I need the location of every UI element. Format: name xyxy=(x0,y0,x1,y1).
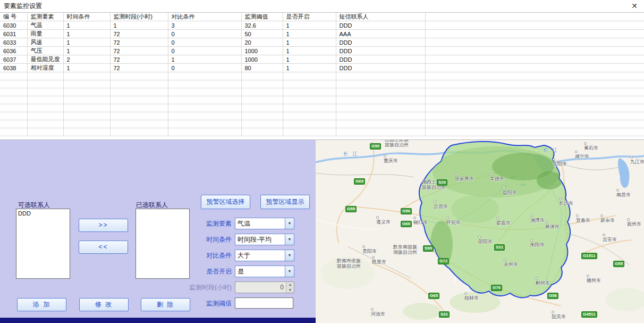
spin-up-icon[interactable]: ▲ xyxy=(286,282,294,287)
table-cell: 1 xyxy=(63,64,110,72)
road-badge: G55 xyxy=(613,261,624,267)
table-cell: 气温 xyxy=(27,21,63,30)
city-marker-icon xyxy=(603,234,605,236)
road-badge: S99 xyxy=(423,245,434,252)
table-cell xyxy=(241,96,283,104)
table-cell xyxy=(63,104,110,112)
map-city-label: 河池市 xyxy=(371,306,385,317)
column-header[interactable]: 编 号 xyxy=(0,13,27,21)
table-cell: 32.6 xyxy=(241,21,283,30)
threshold-field-row: 监测阈值 xyxy=(175,297,296,309)
list-item[interactable]: DDD xyxy=(16,210,70,217)
warning-area-display-button[interactable]: 预警区域显示 xyxy=(260,195,310,209)
road-badge: S31 xyxy=(494,244,505,251)
table-cell xyxy=(336,72,425,80)
table-cell: 6038 xyxy=(0,64,27,72)
move-right-button[interactable]: >> xyxy=(79,219,128,232)
table-row[interactable]: 6030气温11332.61DDD xyxy=(0,21,644,30)
table-cell xyxy=(63,128,110,136)
chevron-down-icon[interactable]: ▼ xyxy=(285,266,294,277)
table-cell xyxy=(110,88,168,96)
add-button[interactable]: 添 加 xyxy=(17,298,66,311)
table-cell: 1 xyxy=(168,55,241,64)
city-marker-icon xyxy=(545,221,548,223)
city-marker-icon xyxy=(576,214,579,217)
table-cell xyxy=(336,128,425,136)
table-cell xyxy=(63,72,110,80)
table-row-empty xyxy=(0,104,644,112)
table-cell: 72 xyxy=(110,30,168,38)
map-city-label: 遵义市 xyxy=(376,214,391,225)
table-cell xyxy=(241,128,283,136)
map-city-label: 重庆市 xyxy=(384,153,398,163)
table-cell xyxy=(283,96,336,104)
element-dropdown-value: 气温 xyxy=(235,218,285,229)
table-cell xyxy=(168,128,241,136)
column-header[interactable]: 监测阈值 xyxy=(241,13,283,21)
table-cell xyxy=(241,80,283,88)
table-cell xyxy=(0,88,27,96)
city-marker-icon xyxy=(376,216,379,219)
map-city-label: 怀化市 xyxy=(446,214,461,225)
map-area[interactable]: 恩施土家族苗族自治州重庆市黄石市咸宁市九江市岳阳市张家界市常德市湘西土家族苗族自… xyxy=(316,140,644,323)
city-marker-icon xyxy=(413,217,416,219)
table-cell xyxy=(336,88,425,96)
available-contacts-list[interactable]: DDD xyxy=(16,209,70,279)
map-city-label: 恩施土家族苗族自治州 xyxy=(385,140,409,147)
table-cell xyxy=(27,80,63,88)
map-city-label: 黔南布依族苗族自治州 xyxy=(337,258,361,269)
table-cell xyxy=(241,112,283,120)
city-marker-icon xyxy=(490,173,493,176)
table-row[interactable]: 6038相对湿度1720801DDD xyxy=(0,64,644,72)
table-cell: 风速 xyxy=(27,38,63,47)
column-header[interactable]: 监测时段(小时) xyxy=(110,13,168,21)
enabled-field-row: 是否开启 是 ▼ xyxy=(175,266,296,277)
table-cell xyxy=(168,88,241,96)
map-city-label: 韶关市 xyxy=(552,309,566,319)
table-cell xyxy=(425,120,644,128)
table-cell xyxy=(27,128,63,136)
chevron-down-icon[interactable]: ▼ xyxy=(285,218,294,229)
table-cell xyxy=(0,128,27,136)
table-row[interactable]: 6031雨量1720501AAA xyxy=(0,30,644,38)
city-marker-icon xyxy=(503,187,505,189)
column-header[interactable]: 监测要素 xyxy=(27,13,63,21)
period-label: 监测时段(小时) xyxy=(175,281,232,293)
window-title: 要素监控设置 xyxy=(4,2,42,11)
close-icon[interactable]: ✕ xyxy=(631,2,638,10)
column-header[interactable]: 是否开启 xyxy=(283,13,336,21)
warning-area-select-button[interactable]: 预警区域选择 xyxy=(201,195,250,209)
map-city-label: 抚州市 xyxy=(627,216,641,227)
city-marker-icon xyxy=(584,142,587,145)
table-cell xyxy=(425,128,644,136)
enabled-dropdown[interactable]: 是 ▼ xyxy=(235,266,294,277)
table-cell xyxy=(27,88,63,96)
column-header[interactable]: 时间条件 xyxy=(63,13,110,21)
table-cell xyxy=(168,80,241,88)
move-left-button[interactable]: << xyxy=(79,241,128,254)
chevron-down-icon[interactable]: ▼ xyxy=(285,234,294,245)
threshold-input[interactable] xyxy=(235,297,293,309)
table-cell: 50 xyxy=(241,30,283,38)
spin-down-icon[interactable]: ▼ xyxy=(286,287,294,293)
map-city-label: 新余市 xyxy=(600,212,615,223)
element-dropdown[interactable]: 气温 ▼ xyxy=(235,218,294,229)
time-condition-dropdown[interactable]: 时间段-平均 ▼ xyxy=(235,234,294,245)
period-spinner[interactable]: 0 ▲ ▼ xyxy=(235,281,294,293)
table-row-empty xyxy=(0,112,644,120)
enabled-value: 是 xyxy=(235,266,285,277)
table-cell: 相对湿度 xyxy=(27,64,63,72)
table-cell xyxy=(27,104,63,112)
table-cell xyxy=(168,96,241,104)
column-header[interactable]: 对比条件 xyxy=(168,13,241,21)
table-row[interactable]: 6037最低能见度272110001DDD xyxy=(0,55,644,64)
table-row[interactable]: 6033风速1720201DDD xyxy=(0,38,644,47)
column-header[interactable]: 短信联系人 xyxy=(336,13,425,21)
road-badge: G60 xyxy=(401,221,412,227)
map-city-label: 郴州市 xyxy=(536,275,550,286)
table-row[interactable]: 6036气压172010001DDD xyxy=(0,47,644,55)
chevron-down-icon[interactable]: ▼ xyxy=(285,250,294,261)
compare-condition-dropdown[interactable]: 大于 ▼ xyxy=(235,250,294,261)
table-cell: 72 xyxy=(110,38,168,47)
modify-button[interactable]: 修 改 xyxy=(79,298,129,311)
